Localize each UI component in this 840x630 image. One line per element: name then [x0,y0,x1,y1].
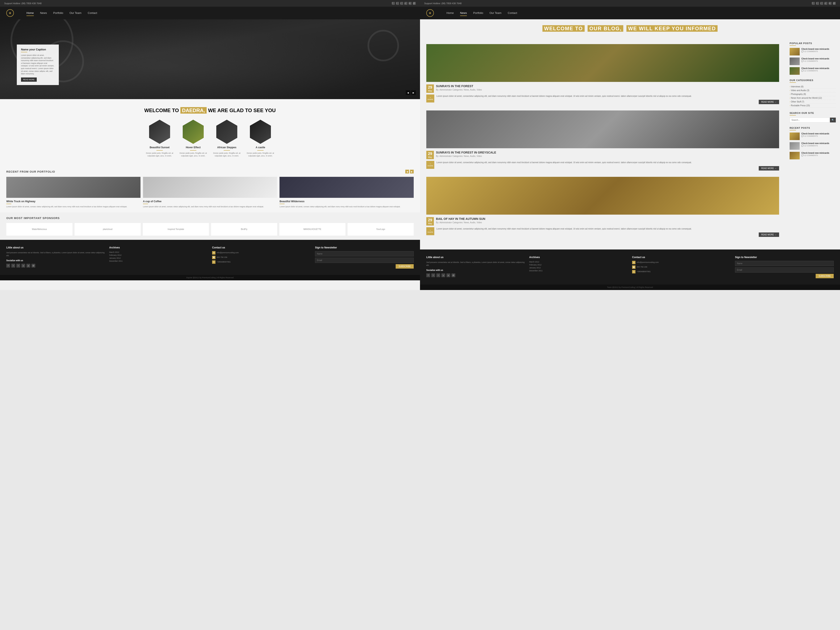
footer-yt-btn[interactable]: y [21,264,25,268]
archive-link-2[interactable]: February 2012 [109,254,208,256]
popular-post-1: Check brand new minicards 💬 12 COMMENTS [789,48,836,55]
hex-bar-1 [156,150,163,151]
hero-next-arrow[interactable]: ▶ [411,90,416,95]
footer-tw-btn[interactable]: t [11,264,15,268]
hotline-text: Support Hotline: (98) 7858 438 7648 [4,2,41,5]
email-icon-top[interactable]: @ [413,2,416,5]
post-read-more-2[interactable]: READ MORE → [759,166,779,171]
blog-subscribe-button[interactable]: SUBSCRIBE [816,274,834,278]
newsletter-name-input[interactable] [315,251,414,256]
share-btn-3[interactable]: +SHARE [426,227,434,235]
share-btn-2[interactable]: +SHARE [426,161,434,169]
blog-footer-about-title: Little about us [426,256,525,259]
caption-text: Lorem ipsum dolor sit amet, consectetur … [21,54,55,75]
nav-contact[interactable]: Contact [88,10,97,16]
logo[interactable]: ❀ [6,9,14,17]
cat-rockable[interactable]: Rockable Press (15) [789,104,836,107]
footer-phone-item: ☎ 800 756 156 [212,256,311,259]
blog-hotline-text: Support Hotline: (98) 7858 438 7648 [424,2,461,5]
nav-home[interactable]: Home [27,10,34,16]
blog-nav-home[interactable]: Home [447,10,454,16]
post-title-3: BAIL OF HAY IN THE AUTUMN SUN [436,217,779,221]
blog-sidebar: POPULAR POSTS Check brand new minicards … [785,38,840,249]
post-item-3: 29 May BAIL OF HAY IN THE AUTUMN SUN By:… [426,177,779,237]
hex-bar-3 [224,150,230,151]
cat-video-audio[interactable]: Video and Audio (3) [789,88,836,92]
blog-nav-our-team[interactable]: Our Team [489,10,502,16]
hex-item-4: A castle Donec pede justo, fringilla vel… [246,120,275,157]
post-read-more-3[interactable]: READ MORE → [759,232,779,237]
blog-archive-4[interactable]: December 2011 [529,270,628,272]
blog-em-icon[interactable]: @ [833,2,836,5]
blog-pin-icon[interactable]: p [824,2,827,5]
footer: Little about us Sed posuere consectetur … [0,240,420,275]
blog-archive-2[interactable]: February 2012 [529,264,628,266]
blog-footer-fb[interactable]: f [426,273,430,277]
blog-newsletter-name[interactable] [735,261,834,266]
archive-link-4[interactable]: December 2011 [109,260,208,262]
nav-portfolio[interactable]: Portfolio [53,10,63,16]
pinterest-icon[interactable]: p [404,2,407,5]
panel-home: Support Hotline: (98) 7858 438 7648 f t … [0,0,420,290]
cat-other[interactable]: Other Stuff (7) [789,100,836,104]
portfolio-header: RECENT FROM OUR PORTFOLIO ◀ ▶ [6,170,414,174]
footer-fb-btn[interactable]: f [6,264,10,268]
blog-tw-icon[interactable]: t [816,2,819,5]
blog-footer-tw[interactable]: t [431,273,435,277]
blog-li-icon[interactable]: in [829,2,832,5]
blog-archive-3[interactable]: January 2012 [529,267,628,269]
blog-footer-yt[interactable]: y [441,273,445,277]
post-text-1: Lorem ipsum dolor sit amet, consectetur … [426,95,779,98]
newsletter-email-input[interactable] [315,258,414,263]
blog-logo[interactable]: ❀ [426,9,434,17]
blog-footer-em[interactable]: @ [452,273,455,277]
portfolio-next-btn[interactable]: ▶ [410,170,414,174]
portfolio-img-3 [279,177,414,198]
facebook-icon[interactable]: f [392,2,395,5]
footer-social-links: f t r y p @ [6,264,105,268]
post-image-3 [426,177,779,215]
footer-about-text: Sed posuere consectetur est at lobortis.… [6,251,105,257]
search-button[interactable]: 🔍 [830,118,836,122]
subscribe-button[interactable]: SUBSCRIBE [396,264,414,268]
footer-bottom: Equine @2012 by PremiumCoding | All Righ… [0,275,420,280]
blog-nav-contact[interactable]: Contact [508,10,517,16]
hero-prev-arrow[interactable]: ◀ [406,90,411,95]
blog-footer-rss[interactable]: r [436,273,440,277]
blog-archive-1[interactable]: March 2012 [529,261,628,263]
share-btn-1[interactable]: +SHARE [426,95,434,103]
nav-news[interactable]: News [40,10,47,16]
blog-fb-icon[interactable]: f [812,2,815,5]
blog-footer-pin[interactable]: p [447,273,450,277]
blog-rss-icon[interactable]: r [820,2,823,5]
blog-footer-contact-title: Contact us [632,256,731,259]
portfolio-prev-btn[interactable]: ◀ [405,170,409,174]
post-read-more-1[interactable]: READ MORE → [759,100,779,104]
footer-skype-item: S +38546B007061 [212,261,311,264]
footer-newsletter: Sign to Newsletter SUBSCRIBE [315,246,414,268]
read-more-button[interactable]: READ MORE [21,77,37,82]
blog-nav-portfolio[interactable]: Portfolio [473,10,483,16]
portfolio-text-1: Lorem ipsum dolor sit amet, consec ctetu… [6,205,141,208]
footer-pin-btn[interactable]: p [27,264,30,268]
rss-icon[interactable]: r [400,2,403,5]
archive-link-1[interactable]: March 2012 [109,251,208,253]
popular-posts-section: POPULAR POSTS Check brand new minicards … [789,42,836,75]
blog-footer-socialize-title: Socialize with us [426,269,525,271]
archive-link-3[interactable]: January 2012 [109,257,208,259]
search-input[interactable] [789,118,830,122]
linkedin-icon[interactable]: in [409,2,412,5]
footer-rss-btn[interactable]: r [16,264,20,268]
twitter-icon[interactable]: t [396,2,399,5]
blog-footer-archives-title: Archives [529,256,628,259]
popular-posts-bar [789,45,796,46]
blog-nav-news[interactable]: News [460,10,467,16]
footer-em-btn[interactable]: @ [32,264,35,268]
cat-interviews[interactable]: Interviews (6) [789,85,836,88]
cat-news-world[interactable]: News from around the World (12) [789,96,836,100]
cat-photography[interactable]: Photography (8) [789,92,836,96]
post-date-2: 29 May [426,151,434,159]
nav-our-team[interactable]: Our Team [69,10,82,16]
pp-title-1: Check brand new minicards [801,48,829,51]
blog-newsletter-email[interactable] [735,267,834,273]
